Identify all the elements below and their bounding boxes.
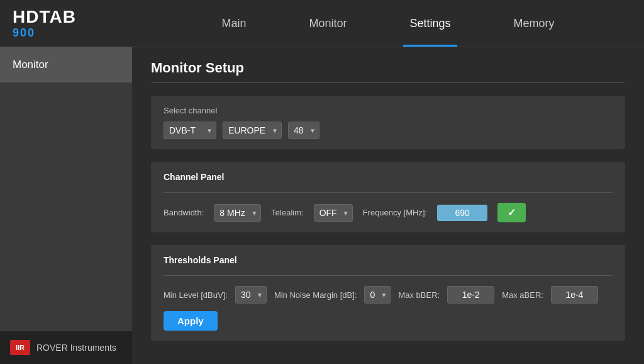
channel-panel-row: Bandwidth: 6 MHz 7 MHz 8 MHz Telealim: O… bbox=[164, 203, 613, 222]
sidebar-footer: IIR ROVER Instruments bbox=[0, 331, 132, 364]
header: HD TAB 900 Main Monitor Settings Memory bbox=[0, 0, 644, 47]
rover-logo: IIR bbox=[10, 340, 30, 355]
content-area: Monitor Setup Select channel DVB-T DVB-T… bbox=[132, 47, 644, 364]
sidebar: Monitor IIR ROVER Instruments bbox=[0, 47, 132, 364]
select-channel-panel: Select channel DVB-T DVB-T2 DVB-C EUROPE… bbox=[151, 96, 625, 149]
bandwidth-select[interactable]: 6 MHz 7 MHz 8 MHz bbox=[214, 204, 261, 222]
channel-settings-panel: Channel Panel Bandwidth: 6 MHz 7 MHz 8 M… bbox=[151, 162, 625, 232]
logo-tab: TAB bbox=[39, 8, 75, 26]
apply-button[interactable]: Apply bbox=[164, 311, 218, 331]
telealim-select[interactable]: OFF ON bbox=[314, 204, 353, 222]
min-level-select[interactable]: 20 25 30 35 40 bbox=[235, 286, 267, 304]
telealim-label: Telealim: bbox=[271, 208, 303, 217]
logo-hd: HD bbox=[13, 8, 39, 26]
page-title: Monitor Setup bbox=[151, 60, 625, 83]
max-bber-label: Max bBER: bbox=[398, 290, 440, 300]
channel-divider bbox=[164, 192, 613, 193]
min-noise-select-wrapper[interactable]: 0 1 2 3 5 bbox=[364, 286, 391, 304]
logo-model: 900 bbox=[13, 27, 132, 38]
min-noise-label: Min Noise Margin [dB]: bbox=[274, 290, 357, 300]
nav-tabs: Main Monitor Settings Memory bbox=[132, 0, 644, 47]
channel-panel-title: Channel Panel bbox=[164, 172, 613, 182]
max-aber-label: Max aBER: bbox=[502, 290, 543, 300]
logo-area: HD TAB 900 bbox=[0, 8, 132, 38]
thresholds-panel: Thresholds Panel Min Level [dBuV]: 20 25… bbox=[151, 245, 625, 341]
max-bber-input[interactable] bbox=[447, 286, 494, 304]
thresholds-divider bbox=[164, 275, 613, 276]
channel-number-select-wrapper[interactable]: 46 47 48 49 50 bbox=[288, 122, 319, 139]
main-layout: Monitor IIR ROVER Instruments Monitor Se… bbox=[0, 47, 644, 364]
select-channel-label: Select channel bbox=[164, 106, 613, 115]
min-level-label: Min Level [dBuV]: bbox=[164, 290, 228, 300]
telealim-select-wrapper[interactable]: OFF ON bbox=[314, 204, 353, 222]
check-button[interactable]: ✓ bbox=[497, 203, 526, 222]
channel-row: DVB-T DVB-T2 DVB-C EUROPE USA ASIA 46 bbox=[164, 122, 613, 139]
min-level-select-wrapper[interactable]: 20 25 30 35 40 bbox=[235, 286, 267, 304]
tab-memory[interactable]: Memory bbox=[508, 0, 561, 47]
thresholds-panel-title: Thresholds Panel bbox=[164, 255, 613, 265]
tab-settings[interactable]: Settings bbox=[403, 0, 457, 47]
max-aber-input[interactable] bbox=[551, 286, 598, 304]
channel-number-select[interactable]: 46 47 48 49 50 bbox=[288, 122, 319, 139]
bandwidth-select-wrapper[interactable]: 6 MHz 7 MHz 8 MHz bbox=[214, 204, 261, 222]
frequency-input[interactable] bbox=[437, 205, 487, 221]
frequency-label: Frequency [MHz]: bbox=[363, 208, 428, 217]
rover-brand: ROVER Instruments bbox=[36, 343, 116, 353]
dvbt-select-wrapper[interactable]: DVB-T DVB-T2 DVB-C bbox=[164, 122, 216, 139]
bandwidth-label: Bandwidth: bbox=[164, 208, 204, 217]
region-select[interactable]: EUROPE USA ASIA bbox=[223, 122, 282, 139]
region-select-wrapper[interactable]: EUROPE USA ASIA bbox=[223, 122, 282, 139]
threshold-row: Min Level [dBuV]: 20 25 30 35 40 Min Noi… bbox=[164, 286, 613, 331]
tab-main[interactable]: Main bbox=[215, 0, 252, 47]
dvbt-select[interactable]: DVB-T DVB-T2 DVB-C bbox=[164, 122, 216, 139]
sidebar-item-monitor[interactable]: Monitor bbox=[0, 47, 132, 82]
min-noise-select[interactable]: 0 1 2 3 5 bbox=[364, 286, 391, 304]
tab-monitor[interactable]: Monitor bbox=[303, 0, 353, 47]
